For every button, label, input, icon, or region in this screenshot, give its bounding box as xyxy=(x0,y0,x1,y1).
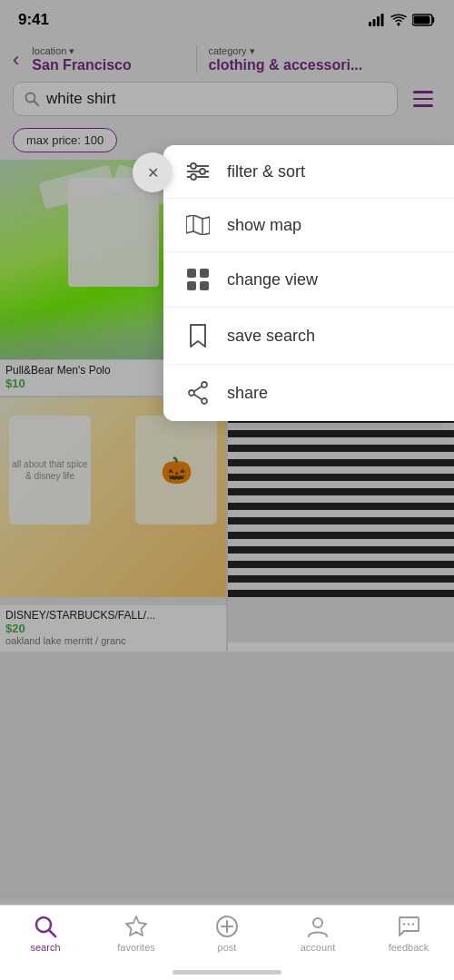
svg-point-12 xyxy=(191,163,196,169)
nav-label-favorites: favorites xyxy=(117,942,155,953)
nav-item-post[interactable]: post xyxy=(182,915,272,953)
nav-label-post: post xyxy=(218,942,237,953)
svg-rect-18 xyxy=(187,269,196,278)
search-nav-icon xyxy=(34,915,57,938)
dropdown-label-show-map: show map xyxy=(227,216,301,235)
dropdown-label-share: share xyxy=(227,384,268,403)
star-nav-icon xyxy=(124,915,148,938)
svg-rect-20 xyxy=(187,281,196,290)
svg-rect-21 xyxy=(200,281,209,290)
dropdown-item-change-view[interactable]: change view xyxy=(163,252,454,308)
dropdown-item-show-map[interactable]: show map xyxy=(163,199,454,252)
nav-item-feedback[interactable]: feedback xyxy=(363,915,454,953)
nav-item-account[interactable]: account xyxy=(272,915,363,953)
nav-label-feedback: feedback xyxy=(389,942,429,953)
nav-item-favorites[interactable]: favorites xyxy=(91,915,182,953)
dropdown-label-change-view: change view xyxy=(227,270,318,289)
grid-icon xyxy=(185,269,211,290)
nav-item-search[interactable]: search xyxy=(0,915,91,953)
dropdown-overlay[interactable] xyxy=(0,0,454,905)
bottom-nav: search favorites post account xyxy=(0,905,454,980)
close-dropdown-button[interactable]: ✕ xyxy=(133,152,173,192)
dropdown-item-share[interactable]: share xyxy=(163,365,454,421)
svg-line-28 xyxy=(50,931,56,937)
home-indicator xyxy=(173,970,281,975)
svg-point-33 xyxy=(313,918,322,927)
dropdown-menu: filter & sort show map change view xyxy=(163,145,454,421)
close-icon: ✕ xyxy=(147,164,159,181)
svg-line-26 xyxy=(194,395,202,400)
dropdown-item-filter-sort[interactable]: filter & sort xyxy=(163,145,454,199)
account-nav-icon xyxy=(306,915,330,938)
svg-line-25 xyxy=(194,387,202,392)
nav-label-search: search xyxy=(30,942,60,953)
svg-marker-15 xyxy=(186,215,210,235)
svg-point-14 xyxy=(191,174,196,180)
nav-label-account: account xyxy=(301,942,336,953)
post-nav-icon xyxy=(215,915,239,938)
share-icon xyxy=(185,381,211,405)
feedback-nav-icon xyxy=(397,915,420,938)
svg-marker-29 xyxy=(126,916,146,936)
svg-point-13 xyxy=(200,169,205,174)
dropdown-label-filter-sort: filter & sort xyxy=(227,162,305,181)
map-icon xyxy=(185,215,211,235)
dropdown-item-save-search[interactable]: save search xyxy=(163,308,454,365)
svg-point-36 xyxy=(412,923,414,925)
svg-point-27 xyxy=(36,917,51,932)
sliders-icon xyxy=(185,162,211,181)
svg-point-35 xyxy=(408,923,410,925)
svg-rect-19 xyxy=(200,269,209,278)
svg-point-34 xyxy=(403,923,405,925)
bookmark-icon xyxy=(185,324,211,348)
dropdown-label-save-search: save search xyxy=(227,327,315,346)
